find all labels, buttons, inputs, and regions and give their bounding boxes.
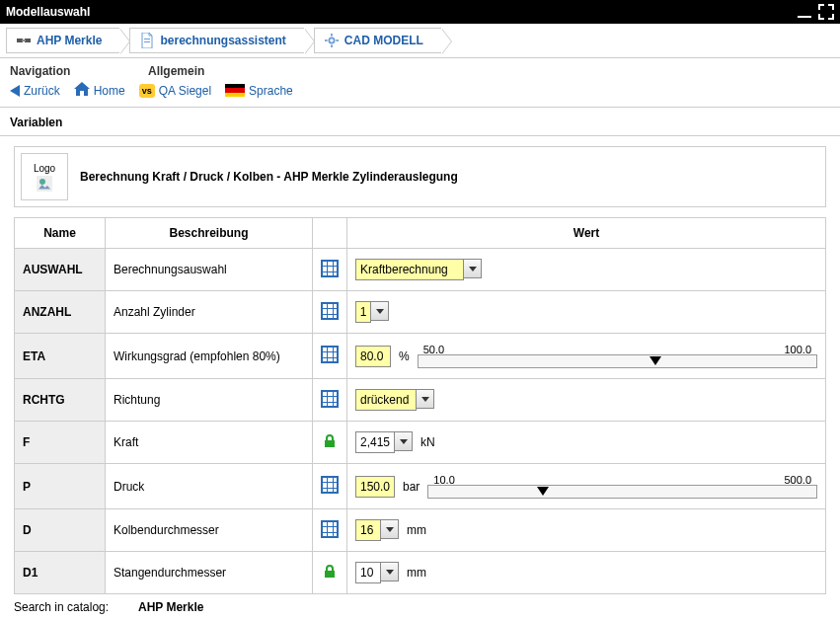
window-title: Modellauswahl (6, 5, 90, 19)
table-row: D Kolbendurchmesser 16 mm (15, 509, 826, 552)
lock-icon (322, 564, 338, 580)
var-desc: Wirkungsgrad (empfohlen 80%) (106, 334, 313, 379)
page-header-box: Logo Berechnung Kraft / Druck / Kolben -… (14, 146, 826, 207)
d1-value: 10 (355, 562, 381, 583)
f-value: 2,415 (355, 431, 395, 453)
rchtg-value: drückend (355, 389, 417, 411)
var-name: D (15, 509, 106, 552)
p-unit: bar (403, 480, 420, 494)
document-icon (140, 34, 154, 47)
svg-rect-8 (331, 44, 333, 47)
svg-rect-5 (144, 41, 150, 42)
p-input[interactable]: 150.0 (355, 476, 395, 498)
dropdown-icon[interactable] (381, 562, 399, 581)
f-unit: kN (420, 435, 435, 449)
table-row: F Kraft 2,415 kN (15, 422, 826, 464)
d-select[interactable]: 16 (355, 519, 399, 541)
svg-rect-9 (325, 39, 328, 41)
table-row: P Druck 150.0 bar 10.0 500.0 (15, 464, 826, 509)
dropdown-icon[interactable] (371, 301, 389, 321)
var-desc: Kolbendurchmesser (106, 509, 313, 552)
eta-input[interactable]: 80.0 (355, 346, 391, 367)
table-row: ETA Wirkungsgrad (empfohlen 80%) 80.0 % … (15, 334, 826, 379)
var-desc: Druck (106, 464, 313, 509)
var-name: ETA (15, 334, 106, 379)
lock-icon (322, 433, 338, 449)
qa-badge-icon: vs (139, 84, 155, 98)
allgemein-heading: Allgemein (148, 64, 204, 78)
navigation-heading: Navigation (10, 64, 148, 78)
var-name: RCHTG (15, 379, 106, 422)
breadcrumb-label: CAD MODELL (344, 34, 423, 47)
grid-icon[interactable] (321, 302, 339, 320)
svg-point-6 (329, 38, 334, 42)
grid-icon[interactable] (321, 260, 339, 277)
breadcrumb-ahp-merkle[interactable]: AHP Merkle (6, 28, 119, 53)
back-button[interactable]: Zurück (10, 84, 60, 98)
breadcrumb-label: AHP Merkle (37, 34, 102, 47)
d1-unit: mm (407, 566, 426, 580)
window-titlebar: Modellauswahl (0, 0, 840, 24)
flag-de-icon (225, 84, 245, 97)
slider-thumb-icon[interactable] (649, 356, 661, 365)
th-desc: Beschreibung (106, 218, 313, 249)
svg-rect-0 (798, 16, 811, 18)
var-name: ANZAHL (15, 291, 106, 334)
grid-icon[interactable] (321, 476, 339, 494)
expand-icon[interactable] (818, 4, 834, 20)
anzahl-select[interactable]: 1 (355, 301, 389, 323)
dropdown-icon[interactable] (417, 389, 434, 409)
arrow-left-icon (10, 85, 20, 97)
breadcrumb-cad-modell[interactable]: CAD MODELL (314, 28, 441, 53)
home-icon (74, 82, 90, 99)
svg-rect-7 (331, 34, 333, 37)
var-name: AUSWAHL (15, 249, 106, 291)
slider-thumb-icon[interactable] (537, 487, 549, 496)
variables-table: Name Beschreibung Wert AUSWAHL Berechnun… (14, 217, 826, 594)
d1-select[interactable]: 10 (355, 562, 399, 583)
logo-box: Logo (21, 153, 68, 200)
p-slider[interactable] (427, 485, 817, 499)
search-for-line: Search for: D=16 AND MAXDRUCK>=150 (14, 616, 826, 620)
table-row: RCHTG Richtung drückend (15, 379, 826, 422)
dropdown-icon[interactable] (395, 431, 413, 451)
home-button[interactable]: Home (74, 82, 125, 99)
dropdown-icon[interactable] (381, 519, 399, 539)
qa-siegel-button[interactable]: vs QA Siegel (139, 84, 211, 98)
breadcrumb-berechnungsassistent[interactable]: berechnungsassistent (129, 28, 303, 53)
svg-rect-10 (336, 39, 339, 41)
d-unit: mm (407, 523, 426, 537)
table-row: AUSWAHL Berechnungsauswahl Kraftberechnu… (15, 249, 826, 291)
auswahl-value: Kraftberechnung (355, 259, 464, 280)
qa-label: QA Siegel (159, 84, 211, 98)
auswahl-select[interactable]: Kraftberechnung (355, 259, 482, 280)
breadcrumb-label: berechnungsassistent (160, 34, 285, 47)
var-name: F (15, 422, 106, 464)
section-labels: Navigation Allgemein (0, 58, 840, 80)
th-value: Wert (347, 218, 826, 249)
grid-icon[interactable] (321, 390, 339, 408)
back-label: Zurück (24, 84, 60, 98)
home-label: Home (94, 84, 125, 98)
f-select[interactable]: 2,415 (355, 431, 413, 453)
anzahl-value: 1 (355, 301, 371, 323)
d-value: 16 (355, 519, 381, 541)
grid-icon[interactable] (321, 346, 339, 363)
th-icon (313, 218, 347, 249)
var-desc: Richtung (106, 379, 313, 422)
dropdown-icon[interactable] (464, 259, 482, 278)
connector-icon (17, 34, 31, 47)
grid-icon[interactable] (321, 520, 339, 538)
eta-slider[interactable] (418, 354, 817, 368)
svg-rect-3 (22, 39, 26, 41)
th-name: Name (15, 218, 106, 249)
page-title: Berechnung Kraft / Druck / Kolben - AHP … (80, 170, 458, 184)
search-catalog-label: Search in catalog: (14, 600, 132, 614)
rchtg-select[interactable]: drückend (355, 389, 434, 411)
logo-text: Logo (34, 163, 55, 174)
eta-unit: % (399, 349, 410, 363)
sprache-button[interactable]: Sprache (225, 84, 293, 98)
var-desc: Berechnungsauswahl (106, 249, 313, 291)
var-name: D1 (15, 552, 106, 594)
minimize-icon[interactable] (797, 4, 812, 20)
